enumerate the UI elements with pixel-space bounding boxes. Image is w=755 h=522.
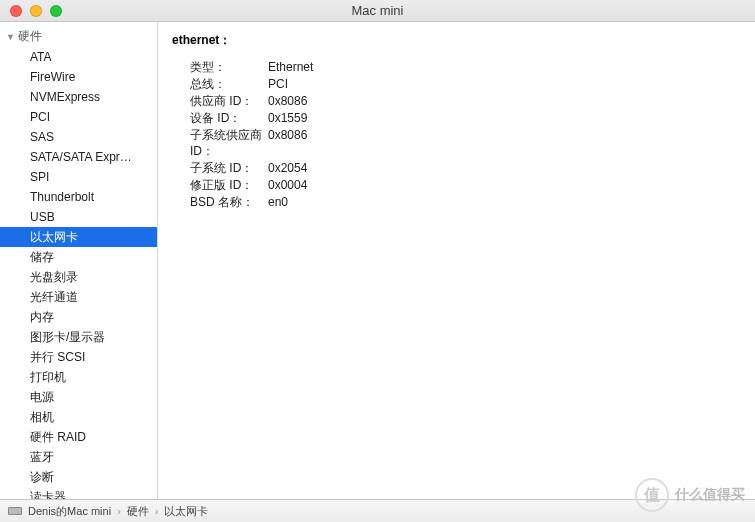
detail-value: 0x2054 (268, 160, 307, 176)
detail-key: BSD 名称： (172, 194, 268, 210)
titlebar: Mac mini (0, 0, 755, 22)
detail-pane: ethernet： 类型：Ethernet总线：PCI供应商 ID：0x8086… (158, 22, 755, 499)
breadcrumb[interactable]: Denis的Mac mini›硬件›以太网卡 (8, 504, 208, 519)
zoom-icon[interactable] (50, 5, 62, 17)
breadcrumb-item[interactable]: 以太网卡 (164, 504, 208, 519)
chevron-right-icon: › (155, 505, 159, 517)
detail-row: 子系统 ID：0x2054 (172, 160, 741, 176)
detail-value: en0 (268, 194, 288, 210)
detail-row: 设备 ID：0x1559 (172, 110, 741, 126)
sidebar-item[interactable]: FireWire (0, 67, 157, 87)
sidebar-item[interactable]: 诊断 (0, 467, 157, 487)
detail-header: ethernet： (172, 32, 741, 49)
breadcrumb-bar: Denis的Mac mini›硬件›以太网卡 (0, 499, 755, 522)
disclosure-triangle-icon[interactable]: ▼ (6, 32, 16, 42)
sidebar-item[interactable]: Thunderbolt (0, 187, 157, 207)
detail-key: 供应商 ID： (172, 93, 268, 109)
detail-row: 子系统供应商 ID：0x8086 (172, 127, 741, 159)
detail-value: 0x8086 (268, 127, 307, 159)
sidebar-item[interactable]: NVMExpress (0, 87, 157, 107)
breadcrumb-item[interactable]: Denis的Mac mini (28, 504, 111, 519)
detail-key: 总线： (172, 76, 268, 92)
minimize-icon[interactable] (30, 5, 42, 17)
sidebar-item[interactable]: 储存 (0, 247, 157, 267)
detail-key: 子系统供应商 ID： (172, 127, 268, 159)
sidebar-item[interactable]: PCI (0, 107, 157, 127)
sidebar[interactable]: ▼硬件ATAFireWireNVMExpressPCISASSATA/SATA … (0, 22, 158, 499)
sidebar-item[interactable]: 电源 (0, 387, 157, 407)
sidebar-item[interactable]: 蓝牙 (0, 447, 157, 467)
sidebar-item[interactable]: ATA (0, 47, 157, 67)
sidebar-item[interactable]: 读卡器 (0, 487, 157, 499)
detail-key: 子系统 ID： (172, 160, 268, 176)
sidebar-group-label: 硬件 (18, 28, 42, 45)
detail-key: 修正版 ID： (172, 177, 268, 193)
detail-row: 总线：PCI (172, 76, 741, 92)
close-icon[interactable] (10, 5, 22, 17)
detail-row: 供应商 ID：0x8086 (172, 93, 741, 109)
detail-value: PCI (268, 76, 288, 92)
detail-value: 0x1559 (268, 110, 307, 126)
sidebar-item[interactable]: USB (0, 207, 157, 227)
content: ▼硬件ATAFireWireNVMExpressPCISASSATA/SATA … (0, 22, 755, 499)
detail-key: 类型： (172, 59, 268, 75)
detail-row: 类型：Ethernet (172, 59, 741, 75)
detail-kv-list: 类型：Ethernet总线：PCI供应商 ID：0x8086设备 ID：0x15… (172, 59, 741, 210)
detail-row: 修正版 ID：0x0004 (172, 177, 741, 193)
window-controls (10, 5, 62, 17)
detail-value: Ethernet (268, 59, 313, 75)
chevron-right-icon: › (117, 505, 121, 517)
detail-row: BSD 名称：en0 (172, 194, 741, 210)
detail-value: 0x0004 (268, 177, 307, 193)
sidebar-item[interactable]: 打印机 (0, 367, 157, 387)
sidebar-item[interactable]: SAS (0, 127, 157, 147)
window-title: Mac mini (0, 3, 755, 18)
detail-value: 0x8086 (268, 93, 307, 109)
sidebar-item[interactable]: 光盘刻录 (0, 267, 157, 287)
sidebar-item[interactable]: 光纤通道 (0, 287, 157, 307)
detail-key: 设备 ID： (172, 110, 268, 126)
sidebar-item[interactable]: 并行 SCSI (0, 347, 157, 367)
sidebar-item[interactable]: SATA/SATA Expr… (0, 147, 157, 167)
breadcrumb-item[interactable]: 硬件 (127, 504, 149, 519)
sidebar-item[interactable]: 相机 (0, 407, 157, 427)
sidebar-item[interactable]: 内存 (0, 307, 157, 327)
sidebar-group-header[interactable]: ▼硬件 (0, 26, 157, 47)
sidebar-item[interactable]: 图形卡/显示器 (0, 327, 157, 347)
sidebar-item[interactable]: 硬件 RAID (0, 427, 157, 447)
sidebar-item[interactable]: 以太网卡 (0, 227, 157, 247)
sidebar-item[interactable]: SPI (0, 167, 157, 187)
device-icon (8, 507, 22, 515)
